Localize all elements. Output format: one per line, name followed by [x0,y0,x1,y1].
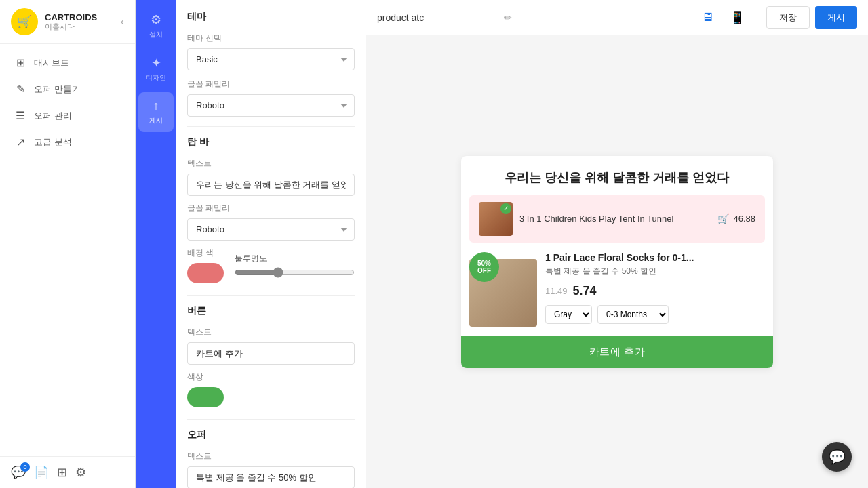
product-top-price: 46.88 [733,214,755,224]
save-button[interactable]: 저장 [766,6,810,29]
add-to-cart-button[interactable]: 카트에 추가 [461,336,773,368]
bg-color-picker[interactable] [187,263,224,283]
sidebar-label-manage-offer: 오퍼 관리 [34,110,72,122]
offer-text-input[interactable] [187,466,355,488]
panel-tab-settings[interactable]: ⚙ 설치 [138,5,174,46]
document-icon-bottom[interactable]: 📄 [34,465,49,480]
grid-icon-bottom[interactable]: ⊞ [57,465,67,480]
divider-2 [187,295,355,296]
font-family-label-2: 글꼴 패밀리 [187,203,355,214]
logo-text: CARTROIDS 이홀시다 [45,12,97,32]
button-section-title: 버튼 [187,305,355,317]
panel-tab-design[interactable]: ✦ 디자인 [138,49,174,89]
price-original: 11.49 [545,286,568,296]
manage-offer-icon: ☰ [14,109,27,122]
offer-section-title: 오퍼 [187,429,355,441]
main-content: ✏ 🖥 📱 저장 게시 우리는 당신을 위해 달콤한 거래를 얻었다 ✓ 3 I… [366,0,868,488]
create-offer-icon: ✎ [14,83,27,96]
button-text-input[interactable] [187,342,355,365]
divider-3 [187,419,355,420]
top-bar-text-label: 텍스트 [187,158,355,169]
sidebar-item-manage-offer[interactable]: ☰ 오퍼 관리 [0,102,135,129]
desktop-device-button[interactable]: 🖥 [696,7,719,28]
design-tab-label: 디자인 [146,73,166,83]
chat-fab[interactable]: 💬 [822,442,852,472]
price-row: 11.49 5.74 [545,284,765,298]
analytics-icon: ↗ [14,136,27,148]
product-main-name: 1 Pair Lace Floral Socks for 0-1... [545,252,765,263]
product-top-name: 3 In 1 Children Kids Play Tent In Tunnel [519,214,711,224]
top-bar: ✏ 🖥 📱 저장 게시 [366,0,868,35]
product-top-image: ✓ [479,202,513,236]
badge-container: 50% OFF [469,252,537,327]
publish-button[interactable]: 게시 [815,6,857,29]
price-sale: 5.74 [573,284,597,298]
font-family-select-1[interactable]: Roboto Open Sans Lato [187,94,355,117]
top-bar-section-title: 탑 바 [187,136,355,148]
brand-subtitle: 이홀시다 [45,22,97,31]
discount-badge: 50% OFF [469,252,499,282]
product-top-price-area: 🛒 46.88 [717,214,755,224]
color-variant-select[interactable]: Gray Black White [545,305,592,324]
bg-color-group: 배경 색 [187,247,224,285]
chat-badge: 0 [20,462,30,472]
divider-1 [187,126,355,127]
sidebar-item-dashboard[interactable]: ⊞ 대시보드 [0,49,135,76]
collapse-button[interactable]: ‹ [121,16,124,28]
preview-card: 우리는 당신을 위해 달콤한 거래를 얻었다 ✓ 3 In 1 Children… [461,156,773,368]
opacity-slider[interactable] [235,267,355,278]
sidebar-item-analytics[interactable]: ↗ 고급 분석 [0,129,135,155]
publish-tab-icon: ↑ [153,99,159,113]
theme-select[interactable]: Basic Dark Light Custom [187,48,355,70]
checkmark-icon: ✓ [500,203,511,214]
mobile-device-button[interactable]: 📱 [724,7,750,28]
device-icons: 🖥 📱 [696,7,750,28]
publish-tab-label: 게시 [149,116,163,125]
bottom-icons: 💬 0 📄 ⊞ ⚙ [0,456,135,488]
sidebar-item-create-offer[interactable]: ✎ 오퍼 만들기 [0,76,135,102]
preview-area: 우리는 당신을 위해 달콤한 거래를 얻었다 ✓ 3 In 1 Children… [366,35,868,488]
brand-name: CARTROIDS [45,12,97,23]
dashboard-icon: ⊞ [14,56,27,69]
font-family-label-1: 글꼴 패밀리 [187,79,355,90]
product-row-top: ✓ 3 In 1 Children Kids Play Tent In Tunn… [469,195,765,243]
panel-tab-publish[interactable]: ↑ 게시 [138,92,174,132]
product-row-main: 50% OFF 1 Pair Lace Floral Socks for 0-1… [461,243,773,336]
theme-select-label: 테마 선택 [187,33,355,44]
left-sidebar: 🛒 CARTROIDS 이홀시다 ‹ ⊞ 대시보드 ✎ 오퍼 만들기 ☰ 오퍼 … [0,0,136,488]
edit-page-name-icon[interactable]: ✏ [504,12,512,23]
opacity-label: 불투명도 [235,253,355,264]
variant-row: Gray Black White 0-3 Months 3-6 Months 6… [545,305,765,324]
button-text-label: 텍스트 [187,327,355,338]
sidebar-label-dashboard: 대시보드 [34,57,69,69]
top-bar-text-input[interactable] [187,174,355,196]
font-family-select-2[interactable]: Roboto Open Sans [187,218,355,241]
opacity-group: 불투명도 [235,253,355,280]
settings-tab-icon: ⚙ [151,12,161,27]
settings-tab-label: 설치 [149,30,163,39]
page-name-input[interactable] [377,12,496,23]
sidebar-label-create-offer: 오퍼 만들기 [34,83,81,96]
chat-icon-bottom[interactable]: 💬 0 [11,465,26,480]
logo-area: 🛒 CARTROIDS 이홀시다 ‹ [0,0,135,44]
logo-icon: 🛒 [11,8,38,35]
settings-panel: 테마 테마 선택 Basic Dark Light Custom 글꼴 패밀리 … [176,0,366,488]
settings-icon-bottom[interactable]: ⚙ [75,465,86,480]
nav-menu: ⊞ 대시보드 ✎ 오퍼 만들기 ☰ 오퍼 관리 ↗ 고급 분석 [0,44,135,456]
top-bar-actions: 저장 게시 [766,6,857,29]
cart-icon-top: 🛒 [717,214,729,224]
button-color-label: 색상 [187,371,355,383]
design-tab-icon: ✦ [151,56,161,70]
product-details: 1 Pair Lace Floral Socks for 0-1... 특별 제… [545,252,765,324]
button-color-picker[interactable] [187,387,224,407]
product-main-description: 특별 제공 을 즐길 수 50% 할인 [545,266,765,277]
bg-color-label: 배경 색 [187,247,224,259]
sidebar-label-analytics: 고급 분석 [34,136,72,148]
panel-sidebar: ⚙ 설치 ✦ 디자인 ↑ 게시 [136,0,176,488]
theme-section-title: 테마 [187,11,355,23]
size-variant-select[interactable]: 0-3 Months 3-6 Months 6-12 Months [597,305,669,324]
offer-text-label: 텍스트 [187,451,355,462]
preview-title: 우리는 당신을 위해 달콤한 거래를 얻었다 [461,156,773,195]
